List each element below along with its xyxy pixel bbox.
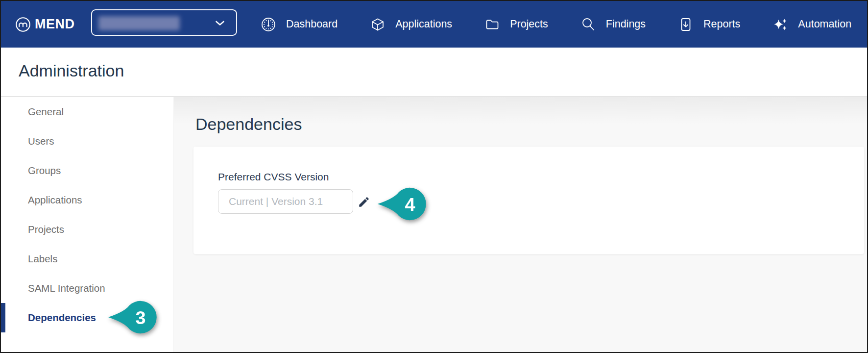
mend-logo[interactable]: MEND — [15, 1, 75, 48]
sidebar-item-label: General — [28, 106, 64, 118]
top-nav-bar: MEND Dashboard — [1, 1, 867, 48]
automation-sparkles-icon — [772, 17, 788, 32]
org-selector-dropdown[interactable] — [91, 9, 237, 36]
section-heading: Dependencies — [195, 115, 302, 134]
sidebar-item-labels[interactable]: Labels — [1, 244, 173, 274]
nav-item-label: Dashboard — [286, 18, 338, 30]
pencil-edit-icon — [358, 196, 370, 208]
edit-cvss-button[interactable] — [357, 196, 371, 209]
nav-item-dashboard[interactable]: Dashboard — [261, 17, 338, 32]
page-title: Administration — [19, 61, 124, 80]
org-name-redacted — [98, 16, 180, 30]
nav-item-label: Reports — [703, 18, 740, 30]
page-header: Administration — [1, 48, 867, 97]
sidebar-item-general[interactable]: General — [1, 97, 173, 126]
sidebar-item-projects[interactable]: Projects — [1, 215, 173, 244]
applications-cube-icon — [370, 17, 386, 32]
nav-item-projects[interactable]: Projects — [484, 17, 548, 32]
dashboard-gauge-icon — [261, 17, 276, 32]
sidebar-item-label: Dependencies — [28, 312, 96, 324]
brand-name: MEND — [35, 17, 75, 32]
admin-sidebar: General Users Groups Applications Projec… — [1, 97, 173, 352]
nav-item-label: Projects — [510, 18, 548, 30]
nav-item-label: Automation — [798, 18, 851, 30]
mend-logo-icon — [15, 17, 31, 32]
dependencies-settings-card: Preferred CVSS Version — [193, 147, 864, 254]
nav-item-label: Findings — [606, 18, 646, 30]
nav-item-applications[interactable]: Applications — [370, 17, 452, 32]
findings-search-icon — [580, 17, 596, 32]
projects-folder-icon — [484, 17, 500, 32]
sidebar-item-groups[interactable]: Groups — [1, 156, 173, 185]
sidebar-item-label: SAML Integration — [28, 282, 105, 294]
reports-document-icon — [678, 17, 694, 32]
sidebar-item-label: Applications — [28, 194, 82, 206]
mend-admin-window: MEND Dashboard — [0, 0, 868, 353]
cvss-version-input[interactable] — [218, 189, 353, 214]
sidebar-item-saml-integration[interactable]: SAML Integration — [1, 274, 173, 303]
nav-item-findings[interactable]: Findings — [580, 17, 646, 32]
nav-item-reports[interactable]: Reports — [678, 17, 740, 32]
chevron-down-icon — [216, 21, 224, 26]
cvss-version-label: Preferred CVSS Version — [218, 171, 329, 183]
sidebar-item-label: Labels — [28, 253, 57, 265]
nav-item-automation[interactable]: Automation — [772, 17, 851, 32]
main-content: Dependencies Preferred CVSS Version — [174, 97, 867, 352]
sidebar-item-dependencies[interactable]: Dependencies — [1, 303, 173, 332]
sidebar-item-label: Groups — [28, 165, 61, 176]
main-nav-menu: Dashboard Applications Projects — [261, 1, 851, 48]
sidebar-item-users[interactable]: Users — [1, 126, 173, 156]
sidebar-item-label: Projects — [28, 224, 64, 235]
nav-item-label: Applications — [395, 18, 452, 30]
sidebar-item-applications[interactable]: Applications — [1, 185, 173, 215]
sidebar-item-label: Users — [28, 135, 54, 147]
